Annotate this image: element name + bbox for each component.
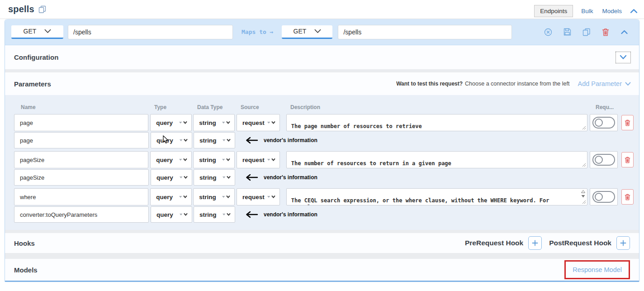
parameters-table-header: Name Type Data Type Source Description R… bbox=[14, 104, 634, 110]
dropdown-arrows-icon bbox=[178, 175, 188, 180]
hooks-title: Hooks bbox=[14, 239, 35, 247]
param-source-select[interactable]: request bbox=[237, 151, 280, 168]
add-postrequest-hook-button[interactable] bbox=[616, 236, 630, 250]
column-header-required: Requ... bbox=[591, 104, 619, 110]
toggle-knob bbox=[595, 156, 603, 164]
param-name-input[interactable] bbox=[14, 206, 149, 223]
param-type-select[interactable]: query bbox=[150, 151, 192, 168]
dropdown-arrows-icon bbox=[221, 195, 231, 199]
scroll-down-icon[interactable] bbox=[581, 195, 585, 198]
view-tabs: Endpoints Bulk Models bbox=[534, 5, 638, 19]
column-header-description: Description bbox=[287, 104, 589, 110]
trash-icon bbox=[625, 194, 630, 200]
dropdown-arrows-icon bbox=[178, 157, 188, 162]
param-source-select[interactable]: request bbox=[237, 188, 280, 205]
dropdown-arrows-icon bbox=[221, 138, 231, 143]
toggle-pill bbox=[592, 191, 615, 203]
hooks-section: Hooks PreRequest Hook PostRequest Hook bbox=[5, 233, 639, 253]
param-source-select[interactable]: request bbox=[237, 114, 280, 131]
param-data-type-select[interactable]: string bbox=[194, 206, 235, 223]
required-toggle[interactable] bbox=[590, 151, 618, 168]
delete-parameter-button[interactable] bbox=[621, 189, 634, 205]
dropdown-arrows-icon bbox=[221, 175, 231, 180]
models-title: Models bbox=[14, 266, 38, 274]
param-data-type-select[interactable]: string bbox=[193, 151, 235, 168]
duplicate-copy-icon[interactable] bbox=[582, 28, 591, 36]
dropdown-arrows-icon bbox=[266, 195, 276, 199]
test-request-prompt-rest: Choose a connector instance from the lef… bbox=[465, 81, 569, 87]
delete-parameter-button[interactable] bbox=[621, 152, 634, 167]
required-toggle[interactable] bbox=[590, 188, 618, 205]
table-row-converter-vendor: query string vendor's information bbox=[14, 206, 634, 223]
vendor-info: vendor's information bbox=[245, 132, 317, 148]
param-description-textarea[interactable]: The number of resources to return in a g… bbox=[286, 151, 587, 168]
dropdown-arrows-icon bbox=[178, 195, 188, 199]
param-name-input[interactable] bbox=[14, 132, 149, 148]
param-type-select[interactable]: query bbox=[150, 114, 192, 131]
vendor-info-label: vendor's information bbox=[264, 211, 317, 218]
add-parameter-button[interactable]: Add Parameter bbox=[578, 80, 631, 87]
path-input-right[interactable] bbox=[338, 25, 512, 39]
tab-bulk[interactable]: Bulk bbox=[580, 5, 594, 17]
param-description-textarea[interactable]: The CEQL search expression, or the where… bbox=[286, 188, 587, 205]
description-scrollbar[interactable] bbox=[580, 189, 587, 198]
param-name-input[interactable] bbox=[14, 169, 149, 186]
param-type-select[interactable]: query bbox=[151, 132, 192, 148]
param-type-select[interactable]: query bbox=[151, 169, 192, 186]
toolbar-actions bbox=[544, 28, 633, 36]
param-data-type-select[interactable]: string bbox=[193, 188, 235, 205]
method-select-right-value: GET bbox=[294, 28, 307, 35]
section-divider bbox=[5, 69, 639, 72]
collapse-endpoint-chevron-up-icon[interactable] bbox=[620, 29, 628, 35]
param-name-input[interactable] bbox=[14, 114, 148, 131]
required-toggle[interactable] bbox=[590, 114, 618, 131]
cancel-circle-x-icon[interactable] bbox=[544, 28, 552, 36]
page-header: spells Endpoints Bulk Models bbox=[0, 0, 644, 19]
param-type-select[interactable]: query bbox=[150, 188, 192, 205]
left-arrow-icon bbox=[245, 211, 258, 218]
vendor-info: vendor's information bbox=[245, 169, 317, 186]
configuration-expand-button[interactable] bbox=[616, 52, 631, 63]
collapse-page-chevron-up-icon[interactable] bbox=[630, 8, 638, 14]
method-select-left[interactable]: GET bbox=[11, 25, 63, 39]
param-data-type-select[interactable]: string bbox=[193, 114, 235, 131]
save-floppy-icon[interactable] bbox=[564, 28, 571, 36]
resize-handle-icon[interactable] bbox=[582, 200, 586, 204]
param-data-type-select[interactable]: string bbox=[194, 132, 235, 148]
param-description-textarea[interactable]: The page number of resources to retrieve bbox=[286, 114, 587, 131]
maps-to-label: Maps to → bbox=[242, 29, 273, 35]
toggle-pill bbox=[592, 117, 615, 129]
dropdown-arrows-icon bbox=[266, 120, 276, 125]
chevron-down-icon bbox=[620, 55, 627, 60]
toggle-pill bbox=[592, 154, 615, 166]
param-name-input[interactable] bbox=[14, 188, 148, 205]
plus-icon bbox=[532, 240, 538, 246]
chevron-down-icon bbox=[314, 29, 321, 33]
test-request-prompt-bold: Want to test this request? bbox=[396, 81, 463, 87]
trash-icon bbox=[625, 157, 630, 163]
copy-resource-icon[interactable] bbox=[38, 5, 46, 13]
scroll-up-icon[interactable] bbox=[581, 190, 585, 193]
tab-models[interactable]: Models bbox=[601, 5, 623, 17]
add-prerequest-hook-button[interactable] bbox=[528, 236, 542, 250]
dropdown-arrows-icon bbox=[221, 212, 231, 217]
column-header-source: Source bbox=[237, 104, 280, 110]
path-input-left[interactable] bbox=[68, 25, 233, 39]
resize-handle-icon[interactable] bbox=[582, 163, 586, 167]
endpoint-configuration-page: spells Endpoints Bulk Models GET bbox=[0, 0, 644, 291]
param-name-input[interactable] bbox=[14, 151, 148, 168]
delete-parameter-button[interactable] bbox=[621, 115, 634, 130]
param-type-select[interactable]: query bbox=[151, 206, 192, 223]
dropdown-arrows-icon bbox=[178, 138, 188, 143]
resize-handle-icon[interactable] bbox=[582, 126, 586, 130]
vendor-info-label: vendor's information bbox=[264, 174, 317, 181]
parameters-section-header: Parameters Want to test this request? Ch… bbox=[5, 72, 639, 95]
method-select-right[interactable]: GET bbox=[282, 25, 332, 39]
response-model-link[interactable]: Response Model bbox=[573, 266, 622, 273]
table-row-pagesize-request: query string request The number of resou… bbox=[14, 151, 634, 168]
param-data-type-select[interactable]: string bbox=[194, 169, 235, 186]
delete-endpoint-trash-icon[interactable] bbox=[602, 28, 609, 36]
add-parameter-label: Add Parameter bbox=[578, 80, 622, 87]
tab-endpoints[interactable]: Endpoints bbox=[534, 5, 573, 17]
column-header-type: Type bbox=[151, 104, 192, 110]
